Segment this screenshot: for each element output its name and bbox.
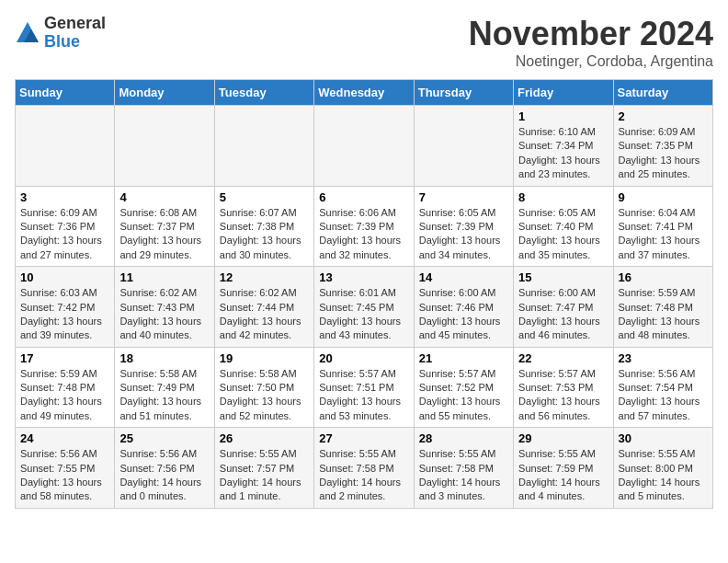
calendar-cell: 23Sunrise: 5:56 AM Sunset: 7:54 PM Dayli… <box>613 347 712 428</box>
calendar-week-4: 17Sunrise: 5:59 AM Sunset: 7:48 PM Dayli… <box>16 347 713 428</box>
day-number: 28 <box>419 431 508 445</box>
day-number: 16 <box>619 270 708 284</box>
calendar-week-3: 10Sunrise: 6:03 AM Sunset: 7:42 PM Dayli… <box>16 267 713 348</box>
cell-info: Sunrise: 6:05 AM Sunset: 7:39 PM Dayligh… <box>419 206 508 263</box>
calendar-table: SundayMondayTuesdayWednesdayThursdayFrid… <box>15 79 713 509</box>
page-header: General Blue November 2024 Noetinger, Co… <box>15 15 713 70</box>
weekday-header-saturday: Saturday <box>613 80 712 106</box>
day-number: 24 <box>20 431 109 445</box>
day-number: 18 <box>119 351 209 365</box>
calendar-cell: 27Sunrise: 5:55 AM Sunset: 7:58 PM Dayli… <box>314 428 414 509</box>
day-number: 20 <box>319 351 408 365</box>
calendar-cell: 19Sunrise: 5:58 AM Sunset: 7:50 PM Dayli… <box>214 347 313 428</box>
logo-text: General Blue <box>44 15 106 52</box>
calendar-cell: 11Sunrise: 6:02 AM Sunset: 7:43 PM Dayli… <box>115 267 214 348</box>
weekday-header-tuesday: Tuesday <box>214 80 313 106</box>
cell-info: Sunrise: 6:03 AM Sunset: 7:42 PM Dayligh… <box>20 286 109 343</box>
calendar-cell: 2Sunrise: 6:09 AM Sunset: 7:35 PM Daylig… <box>613 106 712 187</box>
calendar-cell: 22Sunrise: 5:57 AM Sunset: 7:53 PM Dayli… <box>514 347 613 428</box>
day-number: 12 <box>220 270 309 284</box>
logo-line2: Blue <box>44 33 106 52</box>
weekday-header-wednesday: Wednesday <box>314 80 414 106</box>
calendar-cell: 15Sunrise: 6:00 AM Sunset: 7:47 PM Dayli… <box>514 267 613 348</box>
cell-info: Sunrise: 5:58 AM Sunset: 7:49 PM Dayligh… <box>119 367 209 424</box>
calendar-cell <box>115 106 214 187</box>
day-number: 29 <box>518 431 608 445</box>
cell-info: Sunrise: 6:09 AM Sunset: 7:35 PM Dayligh… <box>619 125 708 182</box>
day-number: 1 <box>518 109 608 123</box>
calendar-cell: 30Sunrise: 5:55 AM Sunset: 8:00 PM Dayli… <box>613 428 712 509</box>
month-title: November 2024 <box>469 15 713 53</box>
calendar-cell: 20Sunrise: 5:57 AM Sunset: 7:51 PM Dayli… <box>314 347 414 428</box>
day-number: 23 <box>619 351 708 365</box>
cell-info: Sunrise: 6:05 AM Sunset: 7:40 PM Dayligh… <box>518 206 608 263</box>
day-number: 22 <box>518 351 608 365</box>
calendar-cell: 10Sunrise: 6:03 AM Sunset: 7:42 PM Dayli… <box>16 267 115 348</box>
calendar-cell: 18Sunrise: 5:58 AM Sunset: 7:49 PM Dayli… <box>115 347 214 428</box>
day-number: 8 <box>518 190 608 204</box>
day-number: 21 <box>419 351 508 365</box>
cell-info: Sunrise: 5:57 AM Sunset: 7:51 PM Dayligh… <box>319 367 408 424</box>
cell-info: Sunrise: 5:55 AM Sunset: 7:57 PM Dayligh… <box>220 447 309 504</box>
cell-info: Sunrise: 6:08 AM Sunset: 7:37 PM Dayligh… <box>119 206 209 263</box>
cell-info: Sunrise: 5:55 AM Sunset: 7:58 PM Dayligh… <box>319 447 408 504</box>
cell-info: Sunrise: 6:07 AM Sunset: 7:38 PM Dayligh… <box>220 206 309 263</box>
calendar-cell: 28Sunrise: 5:55 AM Sunset: 7:58 PM Dayli… <box>414 428 513 509</box>
day-number: 3 <box>20 190 109 204</box>
calendar-cell: 29Sunrise: 5:55 AM Sunset: 7:59 PM Dayli… <box>514 428 613 509</box>
calendar-cell: 9Sunrise: 6:04 AM Sunset: 7:41 PM Daylig… <box>613 186 712 267</box>
day-number: 26 <box>220 431 309 445</box>
calendar-body: 1Sunrise: 6:10 AM Sunset: 7:34 PM Daylig… <box>16 106 713 509</box>
logo-line1: General <box>44 15 106 33</box>
calendar-cell <box>314 106 414 187</box>
calendar-cell: 21Sunrise: 5:57 AM Sunset: 7:52 PM Dayli… <box>414 347 513 428</box>
day-number: 25 <box>119 431 209 445</box>
calendar-week-1: 1Sunrise: 6:10 AM Sunset: 7:34 PM Daylig… <box>16 106 713 187</box>
calendar-cell: 1Sunrise: 6:10 AM Sunset: 7:34 PM Daylig… <box>514 106 613 187</box>
cell-info: Sunrise: 5:58 AM Sunset: 7:50 PM Dayligh… <box>220 367 309 424</box>
calendar-cell: 13Sunrise: 6:01 AM Sunset: 7:45 PM Dayli… <box>314 267 414 348</box>
cell-info: Sunrise: 5:55 AM Sunset: 7:58 PM Dayligh… <box>419 447 508 504</box>
cell-info: Sunrise: 6:06 AM Sunset: 7:39 PM Dayligh… <box>319 206 408 263</box>
day-number: 11 <box>119 270 209 284</box>
cell-info: Sunrise: 6:00 AM Sunset: 7:46 PM Dayligh… <box>419 286 508 343</box>
logo-icon <box>15 20 40 46</box>
day-number: 2 <box>619 109 708 123</box>
calendar-cell: 25Sunrise: 5:56 AM Sunset: 7:56 PM Dayli… <box>115 428 214 509</box>
cell-info: Sunrise: 5:56 AM Sunset: 7:56 PM Dayligh… <box>119 447 209 504</box>
day-number: 17 <box>20 351 109 365</box>
cell-info: Sunrise: 5:56 AM Sunset: 7:54 PM Dayligh… <box>619 367 708 424</box>
day-number: 14 <box>419 270 508 284</box>
calendar-week-5: 24Sunrise: 5:56 AM Sunset: 7:55 PM Dayli… <box>16 428 713 509</box>
day-number: 4 <box>119 190 209 204</box>
calendar-cell: 7Sunrise: 6:05 AM Sunset: 7:39 PM Daylig… <box>414 186 513 267</box>
cell-info: Sunrise: 5:59 AM Sunset: 7:48 PM Dayligh… <box>20 367 109 424</box>
cell-info: Sunrise: 5:55 AM Sunset: 8:00 PM Dayligh… <box>619 447 708 504</box>
calendar-cell: 3Sunrise: 6:09 AM Sunset: 7:36 PM Daylig… <box>16 186 115 267</box>
day-number: 5 <box>220 190 309 204</box>
weekday-header-thursday: Thursday <box>414 80 513 106</box>
calendar-cell: 24Sunrise: 5:56 AM Sunset: 7:55 PM Dayli… <box>16 428 115 509</box>
cell-info: Sunrise: 5:56 AM Sunset: 7:55 PM Dayligh… <box>20 447 109 504</box>
title-area: November 2024 Noetinger, Cordoba, Argent… <box>469 15 713 70</box>
day-number: 6 <box>319 190 408 204</box>
location-title: Noetinger, Cordoba, Argentina <box>469 53 713 70</box>
cell-info: Sunrise: 5:59 AM Sunset: 7:48 PM Dayligh… <box>619 286 708 343</box>
weekday-row: SundayMondayTuesdayWednesdayThursdayFrid… <box>16 80 713 106</box>
calendar-cell: 6Sunrise: 6:06 AM Sunset: 7:39 PM Daylig… <box>314 186 414 267</box>
day-number: 7 <box>419 190 508 204</box>
weekday-header-sunday: Sunday <box>16 80 115 106</box>
calendar-cell: 12Sunrise: 6:02 AM Sunset: 7:44 PM Dayli… <box>214 267 313 348</box>
cell-info: Sunrise: 6:09 AM Sunset: 7:36 PM Dayligh… <box>20 206 109 263</box>
calendar-cell: 16Sunrise: 5:59 AM Sunset: 7:48 PM Dayli… <box>613 267 712 348</box>
calendar-cell <box>214 106 313 187</box>
weekday-header-friday: Friday <box>514 80 613 106</box>
calendar-cell <box>16 106 115 187</box>
calendar-cell <box>414 106 513 187</box>
logo: General Blue <box>15 15 106 52</box>
cell-info: Sunrise: 5:55 AM Sunset: 7:59 PM Dayligh… <box>518 447 608 504</box>
cell-info: Sunrise: 6:10 AM Sunset: 7:34 PM Dayligh… <box>518 125 608 182</box>
cell-info: Sunrise: 6:02 AM Sunset: 7:44 PM Dayligh… <box>220 286 309 343</box>
calendar-week-2: 3Sunrise: 6:09 AM Sunset: 7:36 PM Daylig… <box>16 186 713 267</box>
calendar-header: SundayMondayTuesdayWednesdayThursdayFrid… <box>16 80 713 106</box>
